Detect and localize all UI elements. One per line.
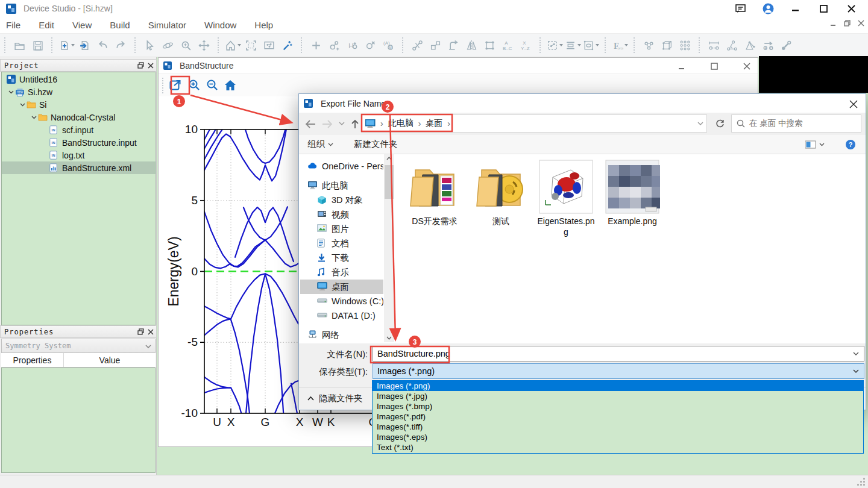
scrollbar-thumb[interactable]: [385, 165, 394, 199]
tree-item-si-hzw[interactable]: HZWSi.hzw: [2, 86, 156, 98]
tree-item-nanodcal-crystal[interactable]: Nanodcal-Crystal: [2, 111, 156, 124]
organize-button[interactable]: 组织: [307, 139, 333, 150]
add-hydrogen-button[interactable]: H: [344, 37, 360, 54]
redo-button[interactable]: [113, 37, 129, 54]
zoom-magnifier-button[interactable]: [178, 37, 194, 54]
account-icon[interactable]: [762, 2, 774, 14]
vector-ab-button[interactable]: AB: [760, 37, 776, 54]
savetype-option-1[interactable]: Images (*.png): [373, 381, 863, 391]
scroll-up-icon[interactable]: [386, 157, 392, 160]
mdi-minimize-icon[interactable]: [829, 19, 838, 28]
label-xyz-button[interactable]: XY–Z: [518, 37, 534, 54]
refresh-icon[interactable]: [712, 114, 727, 133]
zoom-in-button[interactable]: [185, 77, 203, 94]
add-plus-button[interactable]: [308, 37, 324, 54]
menu-file[interactable]: File: [6, 20, 20, 30]
mdi-close-icon[interactable]: [857, 19, 866, 28]
recent-locations-icon[interactable]: [339, 122, 345, 126]
dropdown-arrow-icon[interactable]: [559, 44, 563, 46]
file-tile-1[interactable]: DS开发需求: [404, 159, 465, 227]
menu-edit[interactable]: Edit: [39, 20, 54, 30]
view-mode-button[interactable]: [805, 140, 825, 149]
menu-view[interactable]: View: [72, 20, 92, 30]
sidebar-item-downloads[interactable]: 下载: [300, 251, 383, 265]
filename-input[interactable]: BandStructure.png: [373, 346, 864, 361]
child-maximize-icon[interactable]: [708, 60, 720, 72]
open-folder-button[interactable]: [11, 37, 28, 54]
supercell-button[interactable]: [677, 37, 693, 54]
menu-simulator[interactable]: Simulator: [148, 20, 186, 30]
hide-folders-button[interactable]: 隐藏文件夹: [307, 393, 363, 404]
chevron-down-icon[interactable]: [853, 352, 859, 356]
cell-corners-button[interactable]: [482, 37, 498, 54]
crumb-this-pc[interactable]: 此电脑: [388, 118, 414, 129]
sidebar-item-objects3d[interactable]: 3D 对象: [300, 193, 383, 207]
sidebar-item-videos[interactable]: 视频: [300, 207, 383, 222]
measure-distance-button[interactable]: [706, 37, 722, 54]
back-icon[interactable]: [305, 120, 316, 128]
chevron-down-icon[interactable]: [7, 90, 15, 94]
presentation-button[interactable]: [261, 37, 277, 54]
up-icon[interactable]: [351, 119, 359, 129]
savetype-select[interactable]: Images (*.png): [373, 363, 864, 379]
savetype-option-5[interactable]: Images(*.tiff): [373, 422, 863, 432]
symmetry-system-select[interactable]: Symmetry System: [1, 339, 156, 353]
rotate-90-button[interactable]: [445, 37, 462, 54]
scroll-down-icon[interactable]: [386, 336, 392, 340]
sidebar-item-onedrive[interactable]: OneDrive - Pers: [300, 159, 383, 174]
align-menu-button[interactable]: [565, 37, 581, 54]
savetype-option-4[interactable]: Images(*.pdf): [373, 411, 863, 422]
dialog-titlebar[interactable]: Export File Name: [299, 94, 866, 113]
fragment-button[interactable]: [427, 37, 444, 54]
file-tile-3[interactable]: EigenStates.png: [536, 159, 596, 237]
label-abc-button[interactable]: AB–C: [500, 37, 516, 54]
add-atom-button[interactable]: [326, 37, 342, 54]
sidebar-item-drive[interactable]: Windows (C:): [300, 294, 383, 308]
close-icon[interactable]: [845, 2, 857, 14]
float-panel-icon[interactable]: [137, 327, 144, 337]
float-panel-icon[interactable]: [137, 60, 144, 71]
dropdown-arrow-icon[interactable]: [577, 44, 581, 46]
mirror-button[interactable]: [464, 37, 480, 54]
sidebar-item-drive[interactable]: DATA1 (D:): [300, 308, 383, 323]
reset-view-button[interactable]: [221, 77, 239, 94]
maximize-icon[interactable]: [817, 2, 829, 14]
mdi-restore-icon[interactable]: [843, 19, 852, 28]
tree-item-bandstructure-input[interactable]: INBandStructure.input: [2, 136, 156, 149]
savetype-option-6[interactable]: Images(*.eps): [373, 432, 863, 442]
tree-item-scf-input[interactable]: INscf.input: [2, 124, 156, 136]
breadcrumb[interactable]: › 此电脑 › 桌面 ›: [361, 114, 707, 133]
import-button[interactable]: [77, 37, 93, 54]
sidebar-item-network[interactable]: 网络: [300, 328, 383, 342]
sidebar-item-desktop[interactable]: 桌面: [300, 280, 383, 294]
child-close-icon[interactable]: [741, 60, 753, 72]
sidebar-scrollbar[interactable]: [384, 154, 394, 342]
force-menu-button[interactable]: Force: [612, 37, 628, 54]
bond-tool-button[interactable]: [778, 37, 794, 54]
new-file-button[interactable]: [58, 37, 75, 54]
export-image-button[interactable]: [167, 77, 185, 94]
undo-button[interactable]: [95, 37, 111, 54]
charge-ab-button[interactable]: (A)B: [380, 37, 397, 54]
dropdown-arrow-icon[interactable]: [237, 44, 241, 46]
savetype-option-3[interactable]: Images (*.bmp): [373, 401, 863, 411]
savetype-option-7[interactable]: Text (*.txt): [373, 442, 863, 452]
cut-bond-button[interactable]: [409, 37, 426, 54]
address-dropdown-icon[interactable]: [694, 114, 707, 133]
tree-item-untitled16[interactable]: Untitled16: [2, 73, 156, 86]
chevron-down-icon[interactable]: [853, 369, 859, 374]
sidebar-item-this-pc[interactable]: 此电脑: [300, 178, 383, 193]
close-panel-icon[interactable]: [148, 60, 154, 71]
tree-item-si[interactable]: Si: [2, 98, 156, 111]
new-folder-button[interactable]: 新建文件夹: [354, 139, 398, 150]
save-button[interactable]: [30, 37, 46, 54]
file-tile-4[interactable]: Example.png: [602, 159, 662, 227]
resize-grip[interactable]: [857, 478, 866, 486]
help-button[interactable]: ?: [845, 139, 856, 150]
menu-build[interactable]: Build: [110, 20, 130, 30]
molecule-button[interactable]: [641, 37, 657, 54]
zoom-out-button[interactable]: [203, 77, 221, 94]
measure-angle-button[interactable]: [724, 37, 740, 54]
search-input[interactable]: 在 桌面 中搜索: [731, 114, 861, 133]
chat-icon[interactable]: [734, 2, 746, 14]
